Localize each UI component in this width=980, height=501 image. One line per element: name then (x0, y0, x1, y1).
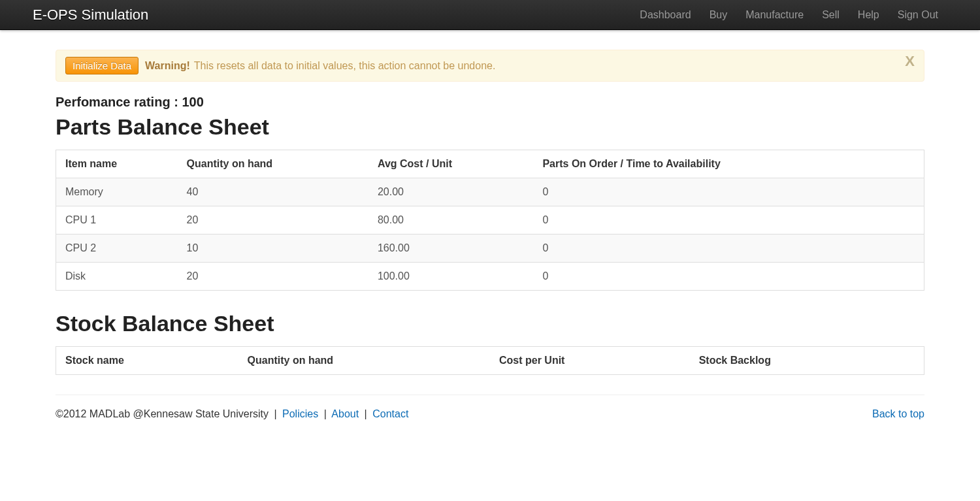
nav-buy[interactable]: Buy (700, 1, 737, 29)
footer-policies-link[interactable]: Policies (282, 408, 318, 419)
footer-contact-link[interactable]: Contact (372, 408, 408, 419)
footer-copyright: ©2012 MADLab @Kennesaw State University (56, 408, 269, 419)
footer-sep: | (365, 408, 367, 419)
parts-title: Parts Balance Sheet (56, 114, 924, 140)
footer-about-link[interactable]: About (331, 408, 359, 419)
footer-sep: | (274, 408, 276, 419)
cell-cost: 20.00 (368, 178, 534, 206)
alert-text: This resets all data to initial values, … (194, 60, 496, 72)
table-row: Disk 20 100.00 0 (56, 262, 924, 290)
cell-qty: 20 (178, 206, 368, 234)
cell-name: CPU 2 (56, 234, 178, 262)
cell-cost: 80.00 (368, 206, 534, 234)
main-container: Initialize Data Warning! This resets all… (42, 50, 938, 440)
stock-col-qty: Quantity on hand (238, 346, 490, 374)
nav-signout[interactable]: Sign Out (889, 1, 947, 29)
cell-order: 0 (533, 262, 924, 290)
performance-value: 100 (182, 95, 203, 109)
nav-manufacture[interactable]: Manufacture (736, 1, 813, 29)
back-to-top-link[interactable]: Back to top (872, 408, 924, 420)
parts-col-name: Item name (56, 150, 178, 178)
parts-header-row: Item name Quantity on hand Avg Cost / Un… (56, 150, 924, 178)
performance-label: Perfomance rating : (56, 95, 182, 109)
warning-alert: Initialize Data Warning! This resets all… (56, 50, 924, 82)
cell-cost: 100.00 (368, 262, 534, 290)
stock-col-cost: Cost per Unit (490, 346, 690, 374)
cell-name: Memory (56, 178, 178, 206)
parts-col-qty: Quantity on hand (178, 150, 368, 178)
parts-col-cost: Avg Cost / Unit (368, 150, 534, 178)
navbar: E-OPS Simulation Dashboard Buy Manufactu… (0, 0, 980, 30)
footer-divider (56, 395, 924, 395)
parts-col-order: Parts On Order / Time to Availability (533, 150, 924, 178)
cell-order: 0 (533, 206, 924, 234)
footer-sep: | (324, 408, 327, 419)
navbar-nav: Dashboard Buy Manufacture Sell Help Sign… (630, 1, 967, 29)
stock-table: Stock name Quantity on hand Cost per Uni… (56, 346, 924, 375)
alert-strong: Warning! (145, 60, 190, 72)
stock-col-backlog: Stock Backlog (690, 346, 924, 374)
stock-header-row: Stock name Quantity on hand Cost per Uni… (56, 346, 924, 374)
cell-order: 0 (533, 234, 924, 262)
app-brand: E-OPS Simulation (13, 0, 161, 30)
cell-name: Disk (56, 262, 178, 290)
initialize-data-button[interactable]: Initialize Data (65, 57, 139, 74)
table-row: CPU 1 20 80.00 0 (56, 206, 924, 234)
cell-qty: 40 (178, 178, 368, 206)
nav-dashboard[interactable]: Dashboard (630, 1, 700, 29)
stock-col-name: Stock name (56, 346, 238, 374)
table-row: CPU 2 10 160.00 0 (56, 234, 924, 262)
footer-left: ©2012 MADLab @Kennesaw State University … (56, 408, 408, 420)
cell-cost: 160.00 (368, 234, 534, 262)
table-row: Memory 40 20.00 0 (56, 178, 924, 206)
cell-qty: 10 (178, 234, 368, 262)
footer: ©2012 MADLab @Kennesaw State University … (56, 408, 924, 440)
parts-table: Item name Quantity on hand Avg Cost / Un… (56, 150, 924, 291)
close-icon[interactable]: X (905, 54, 915, 69)
stock-title: Stock Balance Sheet (56, 310, 924, 337)
cell-name: CPU 1 (56, 206, 178, 234)
performance-rating: Perfomance rating : 100 (56, 95, 924, 110)
cell-qty: 20 (178, 262, 368, 290)
nav-help[interactable]: Help (849, 1, 889, 29)
cell-order: 0 (533, 178, 924, 206)
nav-sell[interactable]: Sell (813, 1, 849, 29)
